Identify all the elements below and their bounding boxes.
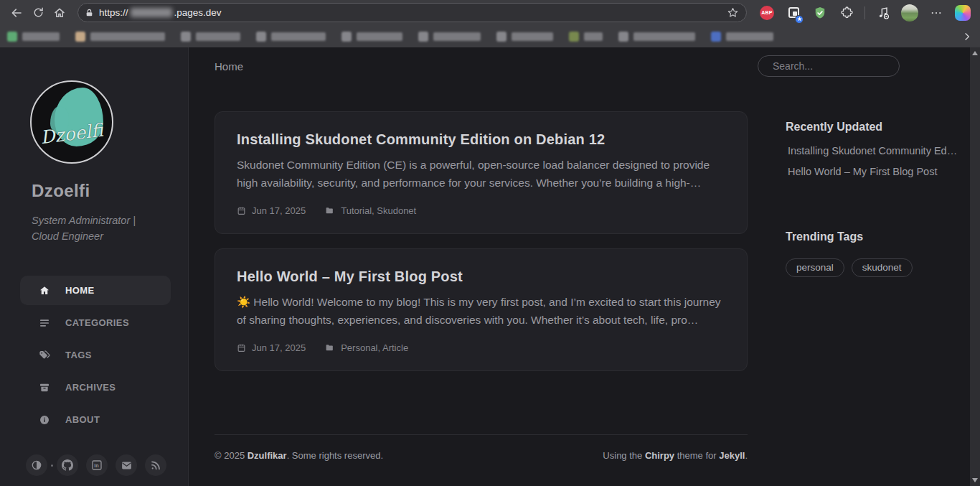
sidebar-item-about[interactable]: ABOUT xyxy=(20,405,171,434)
sidebar-item-archives[interactable]: ARCHIVES xyxy=(20,373,171,402)
chirpy-link[interactable]: Chirpy xyxy=(645,450,674,461)
tags-icon xyxy=(39,350,50,361)
post-list: Installing Skudonet Community Edition on… xyxy=(215,111,748,461)
post-excerpt: Skudonet Community Edition (CE) is a pow… xyxy=(237,156,725,192)
sun-emoji: ☀️ xyxy=(237,296,250,308)
avatar[interactable]: Dzoelfi xyxy=(30,80,113,164)
rss-icon xyxy=(150,459,161,471)
theme-credit-text: Using the Chirpy theme for Jekyll. xyxy=(603,450,748,461)
recent-post-link[interactable]: Hello World – My First Blog Post xyxy=(788,166,965,177)
bookmark-item[interactable] xyxy=(569,32,603,42)
sidebar-item-label: HOME xyxy=(65,285,95,296)
copilot-button[interactable] xyxy=(954,4,971,22)
site-subtitle: System Administrator | Cloud Engineer xyxy=(32,212,156,244)
chevron-right-icon xyxy=(961,31,973,42)
page-scrollbar[interactable] xyxy=(970,47,980,486)
back-icon xyxy=(10,6,23,19)
recently-updated-title: Recently Updated xyxy=(786,121,965,134)
post-card[interactable]: Installing Skudonet Community Edition on… xyxy=(215,111,748,234)
sidebar-item-categories[interactable]: CATEGORIES xyxy=(20,308,171,337)
home-button[interactable] xyxy=(49,3,70,23)
address-bar[interactable]: https://.pages.dev xyxy=(77,3,747,22)
sidebar-bottom-bar: in xyxy=(0,454,188,486)
redacted-subdomain xyxy=(131,8,172,17)
tag-pill[interactable]: skudonet xyxy=(852,258,913,277)
star-badge-icon xyxy=(795,15,804,24)
folder-icon xyxy=(324,343,335,352)
sidebar-item-tags[interactable]: TAGS xyxy=(20,340,171,370)
linkedin-link[interactable]: in xyxy=(86,454,108,476)
profile-avatar xyxy=(901,4,918,22)
refresh-icon xyxy=(32,6,44,19)
bookmark-item[interactable] xyxy=(618,32,695,42)
browser-toolbar: https://.pages.dev ABP xyxy=(0,0,980,25)
adguard-extension[interactable] xyxy=(811,4,829,22)
separator-dot xyxy=(51,464,53,467)
copilot-icon xyxy=(955,5,971,21)
recent-post-link[interactable]: Installing Skudonet Community Ed… xyxy=(788,145,965,156)
site-title[interactable]: Dzoelfi xyxy=(32,181,188,201)
bookmark-item[interactable] xyxy=(418,32,481,42)
home-icon xyxy=(53,6,66,19)
half-moon-toggle-icon xyxy=(31,459,42,471)
lock-icon xyxy=(85,8,94,18)
bookmark-star-icon[interactable] xyxy=(727,6,739,19)
more-dots-icon xyxy=(930,6,943,19)
post-date: Jun 17, 2025 xyxy=(237,205,306,216)
extensions-menu-button[interactable] xyxy=(838,4,855,22)
recently-updated-section: Recently Updated Installing Skudonet Com… xyxy=(786,121,965,177)
post-card[interactable]: Hello World – My First Blog Post ☀️Hello… xyxy=(215,248,748,371)
access-panel: Recently Updated Installing Skudonet Com… xyxy=(786,111,965,461)
post-title: Installing Skudonet Community Edition on… xyxy=(237,131,725,148)
browser-window: https://.pages.dev ABP xyxy=(0,0,980,486)
search-input[interactable] xyxy=(773,60,903,72)
linkedin-icon: in xyxy=(91,459,103,471)
bookmark-item[interactable] xyxy=(711,32,773,42)
post-categories: Personal, Article xyxy=(324,342,408,353)
github-link[interactable] xyxy=(57,454,78,476)
bookmark-item[interactable] xyxy=(341,32,402,42)
toolbar-divider xyxy=(864,6,865,19)
jekyll-link[interactable]: Jekyll xyxy=(719,450,745,461)
author-link[interactable]: Dzulfikar xyxy=(248,450,287,461)
browser-menu-button[interactable] xyxy=(928,4,945,22)
calendar-icon xyxy=(237,343,246,352)
profile-button[interactable] xyxy=(901,4,918,22)
sidebar-item-label: TAGS xyxy=(65,350,92,360)
rss-link[interactable] xyxy=(145,454,166,476)
back-button[interactable] xyxy=(6,3,27,23)
split-screen-extension[interactable] xyxy=(785,4,802,22)
bookmark-item[interactable] xyxy=(496,32,553,42)
trending-tags-title: Trending Tags xyxy=(786,230,965,243)
refresh-button[interactable] xyxy=(27,3,49,23)
bookmark-item[interactable] xyxy=(181,32,240,42)
bookmarks-overflow-button[interactable] xyxy=(961,31,973,42)
bookmarks-bar xyxy=(0,25,980,47)
adblock-plus-extension[interactable]: ABP xyxy=(758,4,776,22)
search-box[interactable] xyxy=(758,55,900,77)
post-excerpt: ☀️Hello World! Welcome to my blog! This … xyxy=(237,293,725,329)
extensions-area: ABP xyxy=(755,4,974,22)
content-topbar: Home xyxy=(215,47,970,103)
tag-pill[interactable]: personal xyxy=(786,258,844,277)
sidebar-item-home[interactable]: HOME xyxy=(20,276,171,305)
blog-sidebar: Dzoelfi Dzoelfi System Administrator | C… xyxy=(0,47,189,486)
sidebar-item-label: ABOUT xyxy=(65,414,100,425)
copyright-text: © 2025 Dzulfikar. Some rights reserved. xyxy=(215,450,383,461)
sidebar-nav: HOME CATEGORIES TAGS ARCHIVES ABOUT xyxy=(0,276,188,434)
scroll-up-arrow[interactable] xyxy=(972,51,978,55)
media-extension[interactable] xyxy=(875,4,892,22)
theme-toggle-button[interactable] xyxy=(26,454,47,476)
content-columns: Installing Skudonet Community Edition on… xyxy=(215,111,970,461)
shield-check-icon xyxy=(813,6,827,20)
post-date: Jun 17, 2025 xyxy=(237,342,306,353)
scroll-down-arrow[interactable] xyxy=(972,478,978,482)
github-icon xyxy=(62,459,73,471)
archive-icon xyxy=(39,382,50,393)
bookmark-item[interactable] xyxy=(7,32,60,42)
bookmark-item[interactable] xyxy=(256,32,326,42)
post-meta: Jun 17, 2025 Personal, Article xyxy=(237,342,725,353)
bookmark-item[interactable] xyxy=(75,32,165,42)
page-footer: © 2025 Dzulfikar. Some rights reserved. … xyxy=(215,434,748,461)
email-link[interactable] xyxy=(116,454,137,476)
